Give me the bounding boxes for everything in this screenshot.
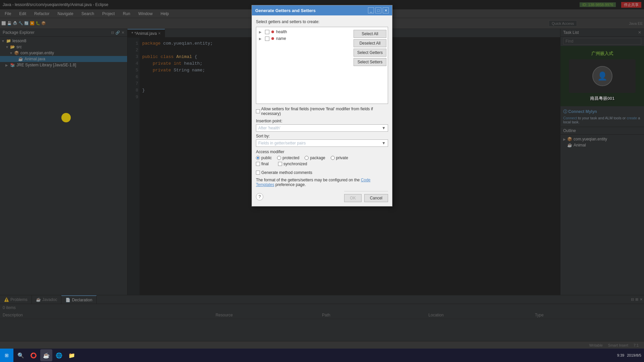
field-expand-health[interactable]: ▶ [259,30,263,34]
radio-public[interactable]: public [256,156,272,160]
taskbar-date: 2019/8/5 [627,353,641,357]
final-checkbox[interactable] [256,162,260,166]
dialog-footer-row: ? OK Cancel [256,191,388,202]
cursor-indicator [61,113,71,122]
help-button[interactable]: ? [256,193,263,200]
generate-comments-label: Generate method comments [261,170,312,175]
taskbar-search[interactable]: 🔍 [15,349,27,361]
sort-by-arrow: ▼ [382,141,386,145]
cancel-button[interactable]: Cancel [364,194,388,202]
field-dot-name [271,37,274,40]
info-text-before: The format of the getters/setters may be… [256,178,361,182]
field-name-name: name [276,36,286,41]
radio-private-label: private [336,156,348,160]
radio-private[interactable]: private [331,156,348,160]
radio-public-label: public [261,156,272,160]
field-checkbox-health[interactable] [265,30,269,34]
dialog-titlebar: Generate Getters and Setters _ □ ✕ [252,5,392,15]
select-all-button[interactable]: Select All [354,30,386,38]
access-modifier-radio-row: public protected package private [256,156,388,160]
info-text-after: preference page. [275,182,306,187]
dialog-body: Select getters and setters to create: ▶ … [252,15,392,206]
synchronized-checkbox[interactable] [278,162,282,166]
taskbar-items: 🔍 ⭕ ☕ 🌐 📁 [13,349,614,361]
field-item-health[interactable]: ▶ health [258,28,351,35]
taskbar-cortana[interactable]: ⭕ [28,349,40,361]
dialog-footer: OK Cancel [344,191,388,202]
radio-public-btn[interactable] [256,156,260,160]
allow-setters-checkbox[interactable] [256,109,260,113]
synchronized-label: synchronized [283,162,307,166]
select-getters-button[interactable]: Select Getters [354,49,386,57]
dialog-title: Generate Getters and Setters [255,8,316,13]
dialog-minimize-btn[interactable]: _ [368,7,374,13]
sort-by-label: Sort by: [256,134,388,138]
field-list-area: ▶ health ▶ name [256,27,388,104]
select-setters-button[interactable]: Select Setters [354,58,386,66]
final-label: final [261,162,269,166]
field-item-name[interactable]: ▶ name [258,35,351,42]
ok-button[interactable]: OK [344,194,361,202]
generate-comments-row[interactable]: Generate method comments [256,170,388,175]
field-expand-name[interactable]: ▶ [259,37,263,41]
info-text: The format of the getters/setters may be… [256,178,388,187]
access-modifier-label: Access modifier [256,149,388,154]
field-list: ▶ health ▶ name [258,28,351,102]
taskbar-right: 9:39 2019/8/5 [614,353,644,357]
deselect-all-button[interactable]: Deselect All [354,39,386,47]
taskbar-eclipse[interactable]: ☕ [40,349,52,361]
access-modifier-section: Access modifier public protected pack [256,149,388,168]
final-checkbox-item[interactable]: final [256,162,269,166]
radio-package-btn[interactable] [305,156,309,160]
dialog-button-column: Select All Deselect All Select Getters S… [354,28,386,102]
generate-comments-checkbox[interactable] [256,171,260,175]
insertion-point-section: Insertion point: After 'health' ▼ [256,119,388,132]
taskbar: ⊞ 🔍 ⭕ ☕ 🌐 📁 9:39 2019/8/5 [0,349,644,362]
field-name-health: health [276,29,287,34]
footer-left: ? [256,193,263,200]
taskbar-explorer[interactable]: 📁 [66,349,78,361]
insertion-point-label: Insertion point: [256,119,388,123]
dialog-maximize-btn[interactable]: □ [375,7,381,13]
field-dot-health [271,31,274,33]
insertion-point-arrow: ▼ [382,126,386,130]
insertion-point-value: After 'health' [258,126,280,130]
taskbar-browser[interactable]: 🌐 [53,349,65,361]
dialog-subtitle: Select getters and setters to create: [256,19,388,24]
allow-setters-row[interactable]: Allow setters for final fields (remove '… [256,107,388,116]
field-checkbox-name[interactable] [265,37,269,41]
radio-protected-btn[interactable] [277,156,281,160]
generate-getters-setters-dialog: Generate Getters and Setters _ □ ✕ Selec… [252,5,392,206]
allow-setters-label: Allow setters for final fields (remove '… [261,107,388,116]
radio-protected-label: protected [282,156,299,160]
insertion-point-select[interactable]: After 'health' ▼ [256,124,388,132]
radio-package[interactable]: package [305,156,325,160]
modifier-checkbox-row: final synchronized [256,162,388,168]
synchronized-checkbox-item[interactable]: synchronized [278,162,307,166]
sort-by-select[interactable]: Fields in getter/setter pairs ▼ [256,139,388,147]
radio-package-label: package [310,156,325,160]
dialog-controls: _ □ ✕ [368,7,389,13]
radio-protected[interactable]: protected [277,156,299,160]
taskbar-time: 9:39 [617,353,624,357]
radio-private-btn[interactable] [331,156,335,160]
sort-by-value: Fields in getter/setter pairs [258,141,306,145]
sort-by-section: Sort by: Fields in getter/setter pairs ▼ [256,134,388,147]
dialog-close-btn[interactable]: ✕ [383,7,389,13]
dialog-overlay: Generate Getters and Setters _ □ ✕ Selec… [0,0,644,362]
start-button[interactable]: ⊞ [0,349,13,362]
